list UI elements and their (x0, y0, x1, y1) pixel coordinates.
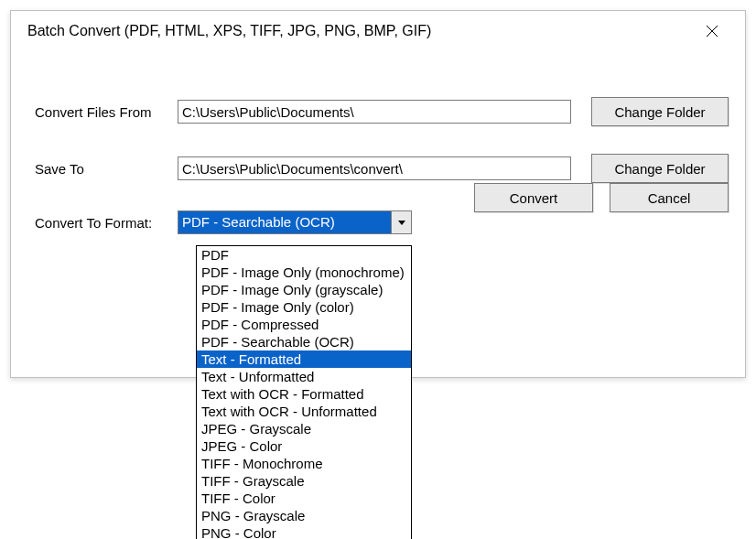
format-select-value: PDF - Searchable (OCR) (178, 211, 391, 233)
format-option[interactable]: Text with OCR - Formatted (197, 385, 411, 403)
window-title: Batch Convert (PDF, HTML, XPS, TIFF, JPG… (27, 23, 431, 39)
label-convert-from: Convert Files From (35, 104, 172, 120)
titlebar: Batch Convert (PDF, HTML, XPS, TIFF, JPG… (11, 11, 745, 51)
cancel-button[interactable]: Cancel (610, 183, 729, 212)
format-option[interactable]: Text with OCR - Unformatted (197, 403, 411, 420)
input-convert-from[interactable] (178, 100, 571, 124)
chevron-down-icon[interactable] (391, 211, 411, 233)
label-format: Convert To Format: (35, 215, 172, 231)
svg-marker-2 (398, 221, 405, 225)
action-row: Convert Cancel (474, 183, 729, 212)
format-select[interactable]: PDF - Searchable (OCR) (178, 210, 412, 234)
format-option[interactable]: Text - Unformatted (197, 368, 411, 385)
convert-button[interactable]: Convert (474, 183, 593, 212)
format-dropdown[interactable]: PDFPDF - Image Only (monochrome)PDF - Im… (196, 245, 412, 539)
row-save-to: Save To Change Folder (35, 154, 729, 183)
input-save-to[interactable] (178, 156, 571, 180)
dialog-body: Convert Files From Change Folder Save To… (11, 97, 745, 234)
format-option[interactable]: PDF - Compressed (197, 316, 411, 333)
format-option[interactable]: PNG - Grayscale (197, 507, 411, 524)
change-folder-to-button[interactable]: Change Folder (591, 154, 729, 183)
format-option[interactable]: PNG - Color (197, 524, 411, 539)
format-option[interactable]: PDF - Image Only (color) (197, 298, 411, 316)
label-save-to: Save To (35, 161, 172, 177)
format-option[interactable]: JPEG - Color (197, 437, 411, 455)
format-option[interactable]: PDF - Image Only (monochrome) (197, 264, 411, 281)
format-option[interactable]: PDF (197, 246, 411, 264)
format-option[interactable]: TIFF - Monochrome (197, 455, 411, 472)
format-option[interactable]: PDF - Searchable (OCR) (197, 333, 411, 350)
format-option[interactable]: Text - Formatted (197, 350, 411, 368)
format-option[interactable]: TIFF - Color (197, 490, 411, 507)
row-convert-from: Convert Files From Change Folder (35, 97, 729, 126)
close-icon[interactable] (692, 13, 732, 49)
batch-convert-dialog: Batch Convert (PDF, HTML, XPS, TIFF, JPG… (10, 10, 746, 378)
format-option[interactable]: PDF - Image Only (grayscale) (197, 281, 411, 298)
format-option[interactable]: TIFF - Grayscale (197, 472, 411, 490)
row-format: Convert To Format: PDF - Searchable (OCR… (35, 210, 729, 234)
format-option[interactable]: JPEG - Grayscale (197, 420, 411, 437)
change-folder-from-button[interactable]: Change Folder (591, 97, 729, 126)
